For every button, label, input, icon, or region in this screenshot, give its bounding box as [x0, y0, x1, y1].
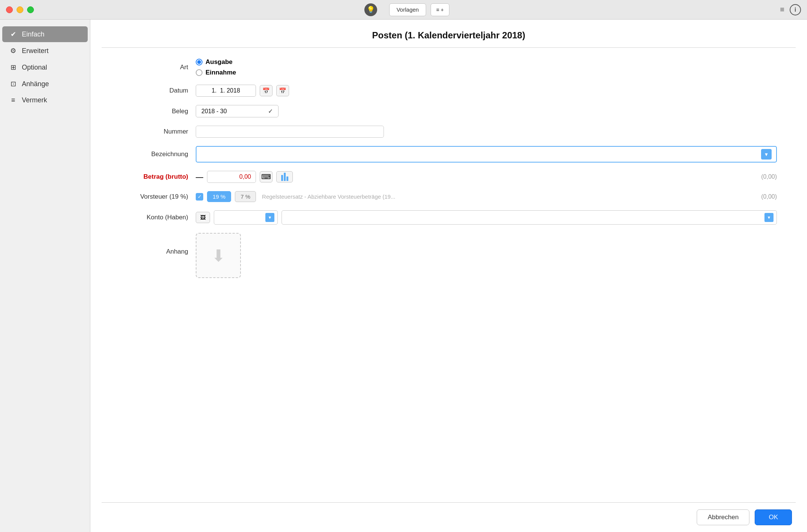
sidebar-item-vermerk[interactable]: ≡ Vermerk — [2, 93, 88, 108]
bezeichnung-dropdown-arrow[interactable]: ▼ — [761, 149, 772, 160]
konto-label: Konto (Haben) — [120, 214, 196, 221]
beleg-check-icon: ✓ — [268, 108, 273, 115]
tax-right-value: (0,00) — [761, 193, 777, 200]
form-area: Art Ausgabe Einnahme — [90, 48, 807, 502]
beleg-field[interactable]: 2018 - 30 ✓ — [196, 105, 279, 117]
art-label: Art — [120, 64, 196, 71]
attachment-icon: ⊡ — [9, 80, 17, 88]
bar-chart-icon — [281, 173, 288, 181]
sidebar-item-anhaenge[interactable]: ⊡ Anhänge — [2, 76, 88, 92]
sidebar-label-anhaenge: Anhänge — [22, 80, 49, 88]
lightbulb-icon[interactable]: 💡 — [364, 3, 377, 16]
bezeichnung-row: Bezeichnung ▼ — [120, 146, 777, 163]
bottom-bar: Abbrechen OK — [90, 503, 807, 532]
beleg-row: Beleg 2018 - 30 ✓ — [120, 105, 777, 117]
sidebar-item-erweitert[interactable]: ⚙ Erweitert — [2, 43, 88, 59]
tax-19-button[interactable]: 19 % — [207, 191, 231, 202]
calendar-next-button[interactable]: 📅 — [276, 85, 289, 96]
konto-dropdown-right[interactable]: ▼ — [282, 210, 777, 225]
bezeichnung-dropdown[interactable]: ▼ — [196, 146, 777, 163]
sidebar-label-optional: Optional — [22, 64, 47, 71]
dialog-title: Posten (1. Kalendervierteljahr 2018) — [90, 20, 807, 47]
konto-dropdown-right-caret[interactable]: ▼ — [764, 213, 774, 222]
konto-row: Konto (Haben) 🖼 ▼ ▼ — [120, 210, 777, 225]
betrag-input[interactable] — [207, 171, 256, 183]
tax-7-button[interactable]: 7 % — [235, 191, 256, 202]
sidebar-item-optional[interactable]: ⊞ Optional — [2, 59, 88, 75]
titlebar-right: ≡ i — [780, 4, 801, 15]
radio-ausgabe[interactable]: Ausgabe — [196, 58, 236, 66]
nummer-label: Nummer — [120, 128, 196, 135]
maximize-button[interactable] — [27, 6, 34, 13]
datum-input[interactable] — [196, 85, 256, 97]
sidebar-label-erweitert: Erweitert — [22, 47, 49, 55]
sidebar-item-einfach[interactable]: ✔ Einfach — [2, 26, 88, 42]
betrag-controls: — ⌨ (0,00) — [196, 171, 777, 183]
bar-chart-button[interactable] — [276, 171, 293, 182]
radio-ausgabe-circle[interactable] — [196, 59, 203, 65]
beleg-value: 2018 - 30 — [201, 108, 227, 115]
vorsteuer-controls: ✓ 19 % 7 % Regelsteuersatz - Abziehbare … — [196, 191, 777, 202]
vorsteuer-label: Vorsteuer (19 %) — [120, 193, 196, 201]
bezeichnung-label: Bezeichnung — [120, 150, 196, 158]
tax-description: Regelsteuersatz - Abziehbare Vorsteuerbe… — [262, 193, 395, 200]
minimize-button[interactable] — [17, 6, 23, 13]
vorsteuer-row: Vorsteuer (19 %) ✓ 19 % 7 % Regelsteuers… — [120, 191, 777, 202]
art-row: Art Ausgabe Einnahme — [120, 58, 777, 76]
main-layout: ✔ Einfach ⚙ Erweitert ⊞ Optional ⊡ Anhän… — [0, 20, 807, 532]
titlebar-center: 💡 Vorlagen ≡ + — [34, 3, 780, 16]
nummer-row: Nummer — [120, 126, 777, 138]
download-arrow-icon: ⬇ — [212, 246, 225, 265]
radio-einnahme[interactable]: Einnahme — [196, 69, 236, 76]
info-button[interactable]: i — [790, 4, 801, 15]
betrag-label: Betrag (brutto) — [120, 173, 196, 181]
anhang-controls: ⬇ — [196, 233, 777, 278]
datum-controls: 📅 📅 — [196, 85, 777, 97]
note-icon: ≡ — [9, 96, 17, 104]
konto-icon-button[interactable]: 🖼 — [196, 212, 210, 223]
konto-dropdown-left[interactable]: ▼ — [214, 210, 278, 225]
cancel-button[interactable]: Abbrechen — [697, 509, 749, 525]
sidebar: ✔ Einfach ⚙ Erweitert ⊞ Optional ⊡ Anhän… — [0, 20, 90, 532]
vorsteuer-checkbox[interactable]: ✓ — [196, 193, 203, 201]
menu-icon[interactable]: ≡ — [780, 5, 784, 14]
anhang-label: Anhang — [120, 233, 196, 255]
content-area: Posten (1. Kalendervierteljahr 2018) Art… — [90, 20, 807, 532]
datum-row: Datum 📅 📅 — [120, 85, 777, 97]
titlebar: 💡 Vorlagen ≡ + ≡ i — [0, 0, 807, 20]
datum-label: Datum — [120, 87, 196, 94]
art-controls: Ausgabe Einnahme — [196, 58, 777, 76]
betrag-dash: — — [196, 173, 203, 181]
betrag-row: Betrag (brutto) — ⌨ (0,00) — [120, 171, 777, 183]
radio-einnahme-label: Einnahme — [206, 69, 236, 76]
konto-dropdown-left-caret[interactable]: ▼ — [265, 213, 274, 222]
nummer-input[interactable] — [196, 126, 384, 138]
close-button[interactable] — [6, 6, 13, 13]
beleg-controls: 2018 - 30 ✓ — [196, 105, 777, 117]
vorlagen-button[interactable]: Vorlagen — [389, 3, 426, 16]
konto-controls: 🖼 ▼ ▼ — [196, 210, 777, 225]
sidebar-label-vermerk: Vermerk — [22, 96, 47, 104]
calculator-button[interactable]: ⌨ — [260, 171, 273, 182]
nummer-controls — [196, 126, 777, 138]
template-icon-button[interactable]: ≡ + — [431, 3, 449, 16]
calendar-prev-button[interactable]: 📅 — [260, 85, 273, 96]
sidebar-label-einfach: Einfach — [22, 30, 44, 38]
bezeichnung-controls: ▼ — [196, 146, 777, 163]
betrag-right-value: (0,00) — [761, 173, 777, 180]
anhang-drop-zone[interactable]: ⬇ — [196, 233, 241, 278]
traffic-lights — [6, 6, 34, 13]
check-icon: ✔ — [9, 30, 17, 38]
ok-button[interactable]: OK — [755, 509, 792, 525]
grid-icon: ⊞ — [9, 63, 17, 71]
radio-group-art: Ausgabe Einnahme — [196, 58, 236, 76]
gear-icon: ⚙ — [9, 47, 17, 55]
anhang-row: Anhang ⬇ — [120, 233, 777, 278]
beleg-label: Beleg — [120, 108, 196, 115]
radio-einnahme-circle[interactable] — [196, 69, 203, 76]
radio-ausgabe-label: Ausgabe — [206, 58, 233, 66]
